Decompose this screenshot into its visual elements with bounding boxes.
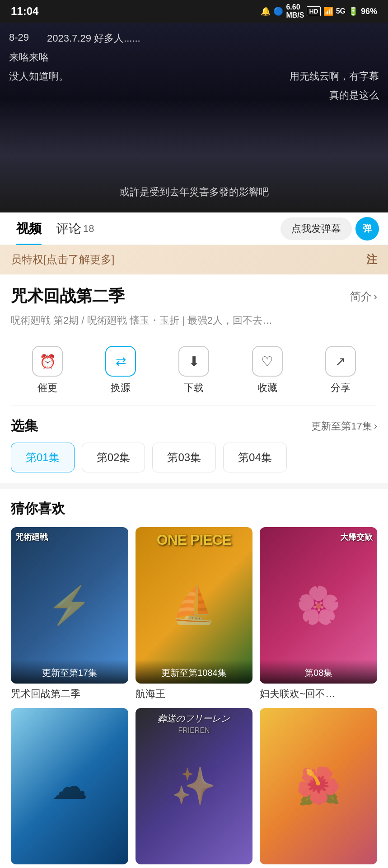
battery-level: 96% <box>361 7 377 16</box>
recommend-item-4[interactable]: ☁ <box>11 708 128 868</box>
comment-text-4: 真的是这么 <box>329 89 379 102</box>
comment-text-2: 没人知道啊。 <box>9 70 69 83</box>
status-bar: 11:04 🔔 🔵 6.60MB/S HD 📶 5G 🔋 96% <box>0 0 388 23</box>
anime-title: 咒术回战第二季 <box>11 285 125 307</box>
alarm-icon: 🔔 <box>261 6 271 16</box>
anime-art-3: 🌸 <box>296 584 341 627</box>
danmu-icon-button[interactable]: 弹 <box>355 217 379 241</box>
bluetooth-icon: 🔵 <box>273 6 283 16</box>
wifi-icon: 📶 <box>323 6 333 16</box>
comment-count: 18 <box>83 223 94 235</box>
chevron-right-episodes-icon: › <box>374 420 377 432</box>
recommend-thumb-2: ⛵ ONE PIECE 更新至第1084集 <box>136 527 253 684</box>
recommend-name-1: 咒术回战第二季 <box>11 687 128 701</box>
episode-button-2[interactable]: 第02集 <box>82 443 145 472</box>
signal-icon: 5G <box>336 7 346 15</box>
thumb-badge-3: 第08集 <box>260 660 377 684</box>
source-icon: ⇄ <box>105 346 136 377</box>
recommend-name-2: 航海王 <box>136 687 253 701</box>
recommend-thumb-5: ✨ 葬送のフリーレンFRIEREN <box>136 708 253 864</box>
recommend-thumb-1: ⚡ 咒術廻戦 更新至第17集 <box>11 527 128 684</box>
thumb-badge-2: 更新至第1084集 <box>136 660 253 684</box>
intro-link[interactable]: 简介 › <box>350 289 377 304</box>
recommend-item-2[interactable]: ⛵ ONE PIECE 更新至第1084集 航海王 <box>136 527 253 701</box>
share-label: 分享 <box>331 381 351 395</box>
video-player[interactable]: 8-29 2023.7.29 好多人...... 来咯来咯 没人知道啊。 用无线… <box>0 23 388 212</box>
share-button[interactable]: ↗ 分享 <box>325 346 356 395</box>
download-button[interactable]: ⬇ 下载 <box>178 346 209 395</box>
recommend-item-5[interactable]: ✨ 葬送のフリーレンFRIEREN <box>136 708 253 868</box>
comment-row-4: 真的是这么 <box>9 89 379 102</box>
comment-row-2: 来咯来咯 <box>9 51 379 64</box>
thumb-badge-1: 更新至第17集 <box>11 660 128 684</box>
comment-date-1: 8-29 <box>9 32 29 45</box>
comment-row-3: 没人知道啊。 用无线云啊，有字幕 <box>9 70 379 83</box>
danmu-overlay: 8-29 2023.7.29 好多人...... 来咯来咯 没人知道啊。 用无线… <box>0 23 388 108</box>
anime-art-4: ☁ <box>51 765 88 807</box>
thumb-bg-6: 🌺 <box>260 708 377 864</box>
recommend-item-1[interactable]: ⚡ 咒術廻戦 更新至第17集 咒术回战第二季 <box>11 527 128 701</box>
member-banner-text: 员特权[点击了解更多] <box>11 252 114 267</box>
battery-icon: 🔋 <box>348 6 358 16</box>
favorite-label: 收藏 <box>257 381 277 395</box>
recommend-thumb-4: ☁ <box>11 708 128 864</box>
network-speed: 6.60MB/S <box>286 3 304 19</box>
recommend-thumb-3: 🌸 大帰交歓 第08集 <box>260 527 377 684</box>
download-label: 下载 <box>184 381 204 395</box>
status-time: 11:04 <box>11 5 38 18</box>
video-subtitle: 或許是受到去年災害多發的影響吧 <box>0 185 388 199</box>
remind-icon: ⏰ <box>32 346 63 377</box>
recommendations-section: 猜你喜欢 ⚡ 咒術廻戦 更新至第17集 咒术回战第二季 ⛵ ONE PIECE … <box>0 489 388 868</box>
adult-anime-title: 大帰交歓 <box>340 532 373 542</box>
source-button[interactable]: ⇄ 换源 <box>105 346 136 395</box>
comment-text-1: 来咯来咯 <box>9 51 49 64</box>
chevron-right-icon: › <box>374 290 377 303</box>
comment-text-3: 用无线云啊，有字幕 <box>290 70 379 83</box>
title-row: 咒术回战第二季 简介 › <box>11 285 377 307</box>
member-banner-right: 注 <box>366 252 377 267</box>
favorite-icon: ♡ <box>252 346 283 377</box>
favorite-button[interactable]: ♡ 收藏 <box>252 346 283 395</box>
one-piece-logo: ONE PIECE <box>136 532 253 548</box>
status-icons: 🔔 🔵 6.60MB/S HD 📶 5G 🔋 96% <box>261 3 377 19</box>
anime-overlay-text-1: 咒術廻戦 <box>15 532 48 542</box>
frieren-logo: 葬送のフリーレンFRIEREN <box>136 712 253 735</box>
recommend-item-3[interactable]: 🌸 大帰交歓 第08集 妇夫联欢~回不… <box>260 527 377 701</box>
hd-badge: HD <box>307 6 320 16</box>
tab-video[interactable]: 视频 <box>9 212 49 245</box>
comment-date-2: 2023.7.29 好多人...... <box>47 32 140 45</box>
thumb-bg-4: ☁ <box>11 708 128 864</box>
episodes-header: 选集 更新至第17集 › <box>11 406 377 443</box>
anime-art-5: ✨ <box>171 765 216 807</box>
recommend-item-6[interactable]: 🌺 <box>260 708 377 868</box>
member-banner[interactable]: 员特权[点击了解更多] 注 <box>0 245 388 274</box>
video-background: 8-29 2023.7.29 好多人...... 来咯来咯 没人知道啊。 用无线… <box>0 23 388 212</box>
anime-art-1: ⚡ <box>47 584 92 627</box>
recommend-name-3: 妇夫联欢~回不… <box>260 687 377 701</box>
anime-art-6: 🌺 <box>296 765 341 807</box>
tab-comments[interactable]: 评论 18 <box>49 212 101 245</box>
episode-button-1[interactable]: 第01集 <box>11 443 75 472</box>
recommendations-grid: ⚡ 咒術廻戦 更新至第17集 咒术回战第二季 ⛵ ONE PIECE 更新至第1… <box>11 527 377 868</box>
recommend-thumb-6: 🌺 <box>260 708 377 864</box>
comment-row-1: 8-29 2023.7.29 好多人...... <box>9 32 379 45</box>
tabs-row: 视频 评论 18 点我发弹幕 弹 <box>0 212 388 245</box>
anime-art-2: ⛵ <box>171 584 216 627</box>
danmu-text-button[interactable]: 点我发弹幕 <box>280 217 352 240</box>
remind-button[interactable]: ⏰ 催更 <box>32 346 63 395</box>
episode-list: 第01集 第02集 第03集 第04集 <box>11 443 377 483</box>
episodes-section-title: 选集 <box>11 417 38 435</box>
anime-subtitle-tags: 呪術廻戦 第2期 / 呪術廻戦 懐玉・玉折 | 最强2人，回不去… <box>11 313 377 328</box>
episode-button-3[interactable]: 第03集 <box>152 443 216 472</box>
episodes-more[interactable]: 更新至第17集 › <box>311 420 377 433</box>
source-label: 换源 <box>111 381 131 395</box>
recommendations-title: 猜你喜欢 <box>11 500 377 518</box>
episode-button-4[interactable]: 第04集 <box>223 443 287 472</box>
danmu-controls: 点我发弹幕 弹 <box>280 217 379 241</box>
content-area: 咒术回战第二季 简介 › 呪術廻戦 第2期 / 呪術廻戦 懐玉・玉折 | 最强2… <box>0 274 388 483</box>
action-buttons: ⏰ 催更 ⇄ 换源 ⬇ 下载 ♡ 收藏 ↗ 分享 <box>11 339 377 406</box>
share-icon: ↗ <box>325 346 356 377</box>
remind-label: 催更 <box>37 381 57 395</box>
download-icon: ⬇ <box>178 346 209 377</box>
